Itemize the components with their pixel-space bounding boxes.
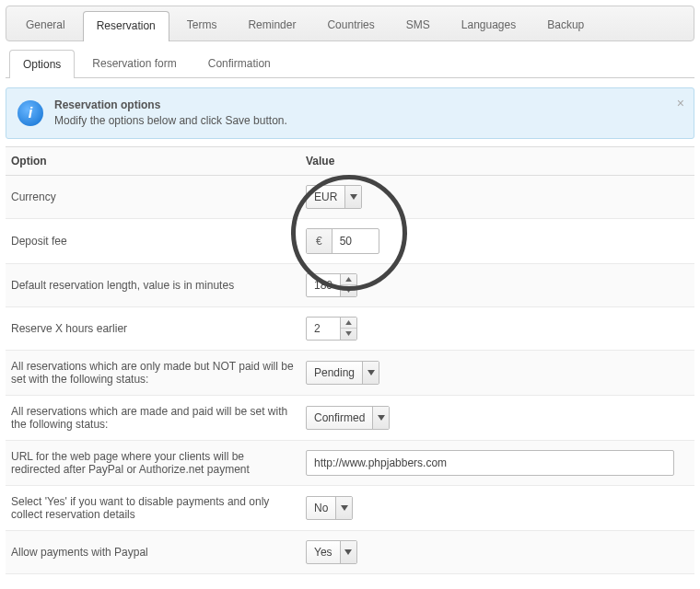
length-input[interactable]: [307, 274, 340, 296]
tab-languages[interactable]: Languages: [448, 10, 530, 40]
tab-general[interactable]: General: [12, 10, 79, 40]
tab-countries[interactable]: Countries: [313, 10, 388, 40]
chevron-down-icon: [340, 541, 356, 563]
tab-terms[interactable]: Terms: [173, 10, 231, 40]
row-deposit: Deposit fee €: [6, 218, 694, 263]
subtab-confirmation[interactable]: Confirmation: [194, 49, 285, 77]
info-icon: i: [18, 100, 43, 126]
row-url: URL for the web page where your clients …: [6, 440, 694, 485]
tab-backup[interactable]: Backup: [533, 10, 598, 40]
header-value: Value: [300, 146, 694, 175]
spinner-up-icon[interactable]: [341, 318, 356, 329]
row-disable: Select 'Yes' if you want to disable paym…: [6, 485, 694, 530]
confirmed-select[interactable]: Confirmed: [306, 406, 390, 430]
deposit-input-group: €: [306, 228, 379, 254]
top-tabbar: GeneralReservationTermsReminderCountries…: [6, 6, 694, 41]
row-currency: Currency EUR: [6, 175, 694, 218]
chevron-down-icon: [344, 186, 361, 208]
info-box: i Reservation options Modify the options…: [6, 87, 694, 139]
disable-select[interactable]: No: [306, 496, 353, 520]
chevron-down-icon: [362, 362, 379, 384]
paypal-select[interactable]: Yes: [306, 540, 357, 564]
label-deposit: Deposit fee: [6, 218, 300, 263]
info-title: Reservation options: [54, 98, 287, 113]
options-table: Option Value Currency EUR Deposit fee €: [6, 146, 694, 574]
earlier-input[interactable]: [307, 318, 340, 340]
row-confirmed: All reservations which are made and paid…: [6, 395, 694, 440]
chevron-down-icon: [335, 497, 352, 519]
earlier-spinner: [306, 317, 357, 341]
row-pending: All reservations which are only made but…: [6, 350, 694, 395]
pending-select[interactable]: Pending: [306, 361, 379, 385]
label-url: URL for the web page where your clients …: [6, 440, 300, 485]
row-paypal: Allow payments with Paypal Yes: [6, 530, 694, 573]
spinner-down-icon[interactable]: [341, 328, 356, 340]
info-body: Modify the options below and click Save …: [54, 113, 287, 129]
length-spinner: [306, 273, 357, 297]
label-earlier: Reserve X hours earlier: [6, 306, 300, 350]
chevron-down-icon: [372, 407, 389, 429]
url-input[interactable]: [306, 450, 674, 476]
label-currency: Currency: [6, 175, 300, 218]
label-length: Default reservation length, value is in …: [6, 263, 300, 306]
row-length: Default reservation length, value is in …: [6, 263, 694, 306]
label-confirmed: All reservations which are made and paid…: [6, 395, 300, 440]
close-icon[interactable]: ×: [677, 96, 684, 110]
label-pending: All reservations which are only made but…: [6, 350, 300, 395]
label-paypal: Allow payments with Paypal: [6, 530, 300, 573]
sub-tabbar: OptionsReservation formConfirmation: [6, 41, 694, 78]
tab-reservation[interactable]: Reservation: [83, 11, 169, 41]
subtab-options[interactable]: Options: [9, 50, 75, 78]
currency-symbol: €: [307, 229, 332, 253]
spinner-up-icon[interactable]: [341, 274, 356, 285]
deposit-input[interactable]: [332, 229, 379, 253]
currency-select[interactable]: EUR: [306, 185, 362, 209]
subtab-reservation-form[interactable]: Reservation form: [78, 49, 190, 77]
tab-sms[interactable]: SMS: [392, 10, 444, 40]
label-disable: Select 'Yes' if you want to disable paym…: [6, 485, 300, 530]
spinner-down-icon[interactable]: [341, 284, 356, 296]
row-earlier: Reserve X hours earlier: [6, 306, 694, 350]
header-option: Option: [6, 146, 300, 175]
tab-reminder[interactable]: Reminder: [234, 10, 309, 40]
